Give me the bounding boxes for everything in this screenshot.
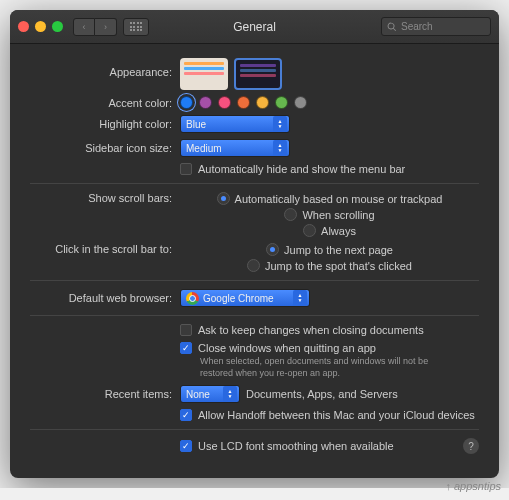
search-input[interactable]: Search: [381, 17, 491, 36]
chevron-updown-icon: ▲▼: [293, 290, 307, 306]
appearance-light[interactable]: [180, 58, 228, 90]
recent-select[interactable]: None ▲▼: [180, 385, 240, 403]
close-windows-checkbox[interactable]: [180, 342, 192, 354]
grid-icon: [130, 22, 143, 31]
divider: [30, 315, 479, 316]
window-title: General: [233, 20, 276, 34]
appearance-thumbs: [180, 58, 282, 90]
chrome-icon: [186, 292, 199, 305]
highlight-select[interactable]: Blue ▲▼: [180, 115, 290, 133]
scroll-when-radio[interactable]: [284, 208, 297, 221]
lcd-label: Use LCD font smoothing when available: [198, 440, 394, 452]
handoff-label: Allow Handoff between this Mac and your …: [198, 409, 475, 421]
lcd-checkbox[interactable]: [180, 440, 192, 452]
recent-value: None: [186, 389, 210, 400]
search-icon: [387, 22, 397, 32]
browser-label: Default web browser:: [30, 292, 180, 304]
browser-value: Google Chrome: [203, 293, 274, 304]
clickbar-label: Click in the scroll bar to:: [30, 243, 180, 255]
help-button[interactable]: ?: [463, 438, 479, 454]
titlebar: ‹ › General Search: [10, 10, 499, 44]
sidebar-label: Sidebar icon size:: [30, 142, 180, 154]
content: Appearance: Accent color: Highlight colo…: [10, 44, 499, 478]
accent-swatch[interactable]: [256, 96, 269, 109]
handoff-checkbox[interactable]: [180, 409, 192, 421]
recent-suffix: Documents, Apps, and Servers: [246, 388, 398, 400]
back-button[interactable]: ‹: [73, 18, 95, 36]
highlight-value: Blue: [186, 119, 206, 130]
recent-label: Recent items:: [30, 388, 180, 400]
accent-label: Accent color:: [30, 97, 180, 109]
scroll-auto-radio[interactable]: [217, 192, 230, 205]
minimize-icon[interactable]: [35, 21, 46, 32]
appearance-dark[interactable]: [234, 58, 282, 90]
click-jump-label: Jump to the next page: [284, 244, 393, 256]
browser-select[interactable]: Google Chrome ▲▼: [180, 289, 310, 307]
highlight-label: Highlight color:: [30, 118, 180, 130]
accent-swatches: [180, 96, 479, 109]
nav-buttons: ‹ ›: [73, 18, 117, 36]
accent-swatch[interactable]: [180, 96, 193, 109]
divider: [30, 429, 479, 430]
click-spot-radio[interactable]: [247, 259, 260, 272]
prefs-window: ‹ › General Search Appearance: Accent co…: [10, 10, 499, 478]
autohide-checkbox[interactable]: [180, 163, 192, 175]
autohide-label: Automatically hide and show the menu bar: [198, 163, 405, 175]
show-all-button[interactable]: [123, 18, 149, 36]
scrollbars-label: Show scroll bars:: [30, 192, 180, 204]
scroll-auto-label: Automatically based on mouse or trackpad: [235, 193, 443, 205]
ask-changes-label: Ask to keep changes when closing documen…: [198, 324, 424, 336]
scroll-always-radio[interactable]: [303, 224, 316, 237]
chevron-updown-icon: ▲▼: [223, 386, 237, 402]
accent-swatch[interactable]: [218, 96, 231, 109]
appearance-label: Appearance:: [30, 58, 180, 78]
accent-swatch[interactable]: [294, 96, 307, 109]
forward-button[interactable]: ›: [95, 18, 117, 36]
accent-swatch[interactable]: [275, 96, 288, 109]
search-placeholder: Search: [401, 21, 433, 32]
traffic-lights: [18, 21, 63, 32]
sidebar-value: Medium: [186, 143, 222, 154]
divider: [30, 183, 479, 184]
zoom-icon[interactable]: [52, 21, 63, 32]
divider: [30, 280, 479, 281]
chevron-updown-icon: ▲▼: [273, 116, 287, 132]
ask-changes-checkbox[interactable]: [180, 324, 192, 336]
scroll-when-label: When scrolling: [302, 209, 374, 221]
sidebar-select[interactable]: Medium ▲▼: [180, 139, 290, 157]
scroll-always-label: Always: [321, 225, 356, 237]
chevron-updown-icon: ▲▼: [273, 140, 287, 156]
click-jump-radio[interactable]: [266, 243, 279, 256]
click-spot-label: Jump to the spot that's clicked: [265, 260, 412, 272]
accent-swatch[interactable]: [199, 96, 212, 109]
close-windows-label: Close windows when quitting an app: [198, 342, 376, 354]
accent-swatch[interactable]: [237, 96, 250, 109]
watermark: appsntips: [445, 480, 501, 488]
close-icon[interactable]: [18, 21, 29, 32]
close-windows-sub: When selected, open documents and window…: [200, 356, 460, 379]
